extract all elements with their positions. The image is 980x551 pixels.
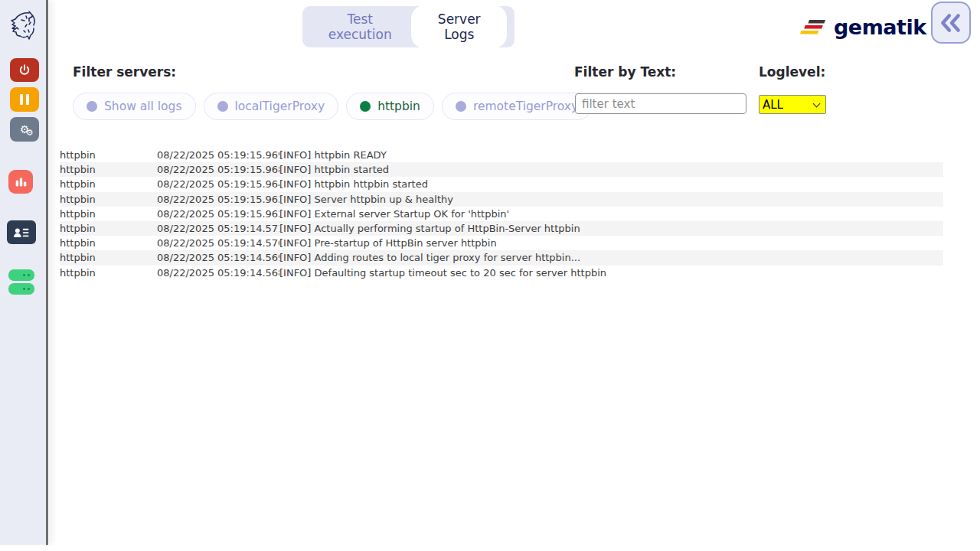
log-timestamp: 08/22/2025 05:19:15.969 (157, 149, 279, 161)
log-server-name: httpbin (60, 194, 157, 205)
sidebar-resize-divider[interactable] (46, 0, 48, 545)
log-message: [INFO] Pre-startup of HttpBin server htt… (279, 237, 943, 249)
log-timestamp: 08/22/2025 05:19:15.963 (157, 194, 279, 205)
view-tabs: Test execution Server Logs (302, 6, 514, 47)
log-timestamp: 08/22/2025 05:19:14.568 (157, 267, 279, 279)
log-row: httpbin 08/22/2025 05:19:14.569 [INFO] A… (60, 250, 943, 265)
servers-button[interactable] (8, 269, 35, 295)
chart-button[interactable] (8, 170, 33, 194)
power-icon (18, 64, 31, 77)
log-timestamp: 08/22/2025 05:19:14.571 (157, 223, 279, 234)
contacts-button[interactable] (7, 220, 36, 244)
server-filter-label: localTigerProxy (235, 99, 325, 113)
address-card-icon (11, 225, 31, 240)
server-filter-button[interactable]: httpbin (346, 93, 434, 120)
gematik-logo: gematik (799, 15, 926, 39)
log-server-name: httpbin (60, 149, 157, 161)
server-filter-button[interactable]: Show all logs (73, 93, 196, 120)
log-server-name: httpbin (60, 223, 157, 234)
log-row: httpbin 08/22/2025 05:19:14.571 [INFO] A… (60, 221, 943, 236)
server-status-dot-icon (217, 101, 228, 112)
log-server-name: httpbin (60, 267, 157, 279)
log-message: [INFO] httpbin READY (279, 149, 943, 161)
tiger-logo-icon (6, 8, 40, 43)
log-timestamp: 08/22/2025 05:19:14.569 (157, 252, 279, 263)
log-row: httpbin 08/22/2025 05:19:15.964 [INFO] h… (60, 177, 943, 191)
log-message: [INFO] Defaulting startup timeout sec to… (279, 267, 943, 279)
server-filter-button[interactable]: remoteTigerProxy (442, 93, 592, 120)
log-message: [INFO] httpbin httpbin started (279, 178, 943, 190)
tab-test-execution[interactable]: Test execution (321, 11, 399, 42)
log-row: httpbin 08/22/2025 05:19:15.962 [INFO] E… (60, 207, 943, 221)
server-stack-icon (8, 269, 34, 281)
server-status-dot-icon (87, 101, 97, 112)
double-chevron-left-icon (938, 10, 964, 36)
server-filter-label: remoteTigerProxy (473, 99, 578, 113)
log-row: httpbin 08/22/2025 05:19:15.969 [INFO] h… (60, 148, 943, 162)
log-message: [INFO] Actually performing startup of Ht… (279, 223, 943, 234)
log-server-name: httpbin (60, 252, 157, 263)
log-table: httpbin 08/22/2025 05:19:15.969 [INFO] h… (60, 148, 943, 280)
server-filter-label: Show all logs (104, 99, 182, 113)
tab-server-logs[interactable]: Server Logs (411, 5, 507, 48)
loglevel-label: Loglevel: (759, 64, 825, 80)
pause-button[interactable] (10, 87, 39, 112)
loglevel-select[interactable]: ALL (759, 95, 826, 114)
power-button[interactable] (10, 58, 39, 82)
settings-button[interactable]: ⚙⚙ (10, 117, 39, 142)
log-row: httpbin 08/22/2025 05:19:14.570 [INFO] P… (60, 236, 943, 250)
filter-by-text-label: Filter by Text: (574, 64, 676, 80)
pause-icon (20, 94, 29, 105)
log-timestamp: 08/22/2025 05:19:14.570 (157, 237, 279, 249)
collapse-sidebar-button[interactable] (931, 2, 971, 44)
log-row: httpbin 08/22/2025 05:19:15.968 [INFO] h… (60, 162, 943, 177)
log-message: [INFO] httpbin started (279, 164, 943, 175)
server-stack-icon (8, 283, 34, 295)
log-timestamp: 08/22/2025 05:19:15.964 (157, 178, 279, 190)
brand-wordmark: gematik (834, 15, 926, 39)
bar-chart-icon (15, 175, 28, 188)
server-status-dot-icon (360, 101, 371, 112)
loglevel-select-wrap: ALL (759, 95, 826, 114)
server-status-dot-icon (456, 101, 466, 112)
server-filter-button[interactable]: localTigerProxy (204, 93, 339, 120)
text-filter-input[interactable] (575, 93, 746, 114)
sidebar: ⚙⚙ (0, 0, 46, 545)
server-filter-label: httpbin (377, 99, 420, 113)
log-server-name: httpbin (60, 237, 157, 249)
log-server-name: httpbin (60, 178, 157, 190)
log-server-name: httpbin (60, 208, 157, 220)
log-timestamp: 08/22/2025 05:19:15.968 (157, 164, 279, 175)
log-server-name: httpbin (60, 164, 157, 175)
log-message: [INFO] Adding routes to local tiger prox… (279, 252, 943, 263)
log-row: httpbin 08/22/2025 05:19:14.568 [INFO] D… (60, 266, 943, 280)
log-row: httpbin 08/22/2025 05:19:15.963 [INFO] S… (60, 192, 943, 207)
filter-servers-label: Filter servers: (73, 64, 176, 80)
server-filter-buttons: Show all logs localTigerProxy httpbin re… (73, 93, 592, 120)
log-message: [INFO] External server Startup OK for 'h… (279, 208, 943, 220)
gears-icon: ⚙⚙ (20, 124, 30, 135)
german-flag-icon (799, 18, 828, 37)
log-timestamp: 08/22/2025 05:19:15.962 (157, 208, 279, 220)
log-message: [INFO] Server httpbin up & healthy (279, 194, 943, 205)
